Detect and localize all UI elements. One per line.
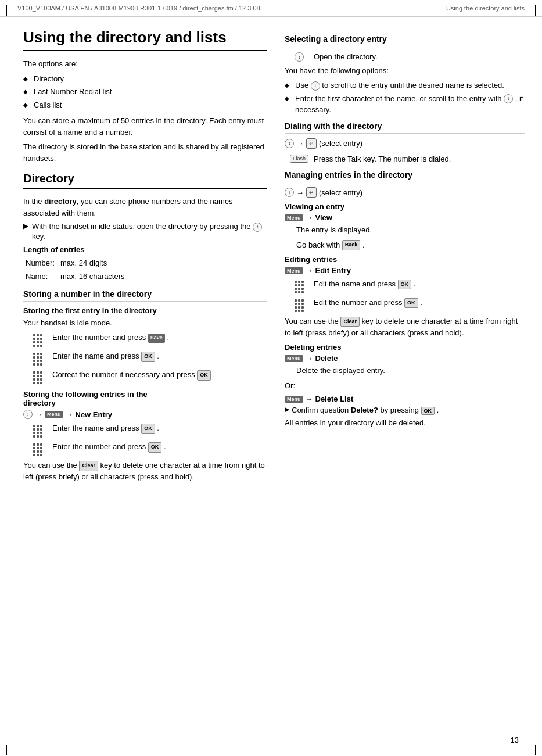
- dial-arrow: →: [296, 139, 304, 148]
- delete-list-menu-item: Delete List: [315, 395, 354, 403]
- bottom-mark-right: [535, 745, 536, 755]
- following-nav-row: ↕ → Menu → New Entry: [23, 410, 267, 419]
- flash-icon: Flash: [290, 155, 308, 163]
- directory-heading: Directory: [23, 172, 267, 185]
- viewing-menu-row: Menu → View: [285, 213, 525, 222]
- delete-question: Delete?: [351, 406, 378, 414]
- directory-intro-bold: directory: [44, 197, 77, 206]
- selecting-divider: [285, 46, 525, 46]
- selecting-option-2: Enter the first character of the name, o…: [285, 93, 525, 116]
- page-marker-left: [6, 5, 7, 16]
- keypad-icon-2: [23, 350, 52, 367]
- dialing-row-1: ↕ → ↩ (select entry): [285, 138, 525, 151]
- intro-list: Directory Last Number Redial list Calls …: [23, 73, 267, 111]
- menu-btn-1: Menu: [45, 411, 63, 418]
- clear-btn-left: Clear: [79, 461, 98, 471]
- following-action-text-2: Enter the number and press OK .: [52, 441, 267, 453]
- selecting-option-1: Use ↕ to scroll to the entry until the d…: [285, 80, 525, 91]
- nav-scroll-icon: ↕: [23, 410, 33, 419]
- storing-heading: Storing a number in the directory: [23, 289, 267, 299]
- editing-heading: Editing entries: [285, 255, 525, 264]
- menu-btn-delete: Menu: [285, 355, 303, 362]
- page-marker-right: [535, 5, 536, 16]
- bottom-mark-left: [6, 745, 7, 755]
- delete-list-arrow: →: [306, 395, 313, 403]
- menu-btn-delete-list: Menu: [285, 396, 303, 403]
- delete-result: Delete the displayed entry.: [296, 365, 525, 377]
- delete-menu-item: Delete: [315, 354, 338, 363]
- left-column: Using the directory and lists The option…: [23, 28, 267, 486]
- confirm-row: ▶ Confirm question Delete? by pressing O…: [285, 406, 525, 415]
- first-entry-heading: Storing the first entry in the directory: [23, 306, 267, 315]
- editing-note: You can use the Clear key to delete one …: [285, 316, 525, 338]
- ok-button-1: OK: [141, 352, 155, 362]
- name-value: max. 16 characters: [58, 270, 267, 284]
- editing-text-2: Edit the number and press OK .: [314, 297, 525, 309]
- edit-menu-item: Edit Entry: [315, 266, 351, 275]
- page: V100_V100AM / USA EN / A31008-M1908-R301…: [0, 0, 542, 756]
- name-label: Name:: [23, 270, 58, 284]
- viewing-heading: Viewing an entry: [285, 202, 525, 211]
- flash-icon-cell: Flash: [285, 153, 314, 163]
- first-action-text-2: Enter the name and press OK .: [52, 350, 267, 362]
- dial-select: (select entry): [319, 139, 362, 148]
- ok-button-4: OK: [148, 442, 162, 453]
- main-content: Using the directory and lists The option…: [0, 17, 542, 503]
- following-action-2: Enter the number and press OK .: [23, 441, 267, 457]
- ok-confirm: OK: [421, 407, 435, 415]
- storing-divider: [23, 301, 267, 302]
- deleting-menu-row: Menu → Delete: [285, 354, 525, 363]
- new-entry-label: New Entry: [76, 410, 113, 419]
- ok-button-2: OK: [197, 370, 211, 381]
- nav-icon-dial: ↩: [306, 138, 317, 149]
- keypad-icon-1: [23, 332, 52, 348]
- directory-idle-note: ▶ With the handset in idle status, open …: [23, 222, 267, 241]
- managing-select-row: ↕ → ↩ (select entry): [285, 187, 525, 198]
- top-bar: V100_V100AM / USA EN / A31008-M1908-R301…: [0, 0, 542, 17]
- number-value: max. 24 digits: [58, 256, 267, 270]
- nav-icon-manage: ↩: [306, 187, 317, 198]
- delete-arrow: →: [306, 354, 313, 363]
- manage-arrow: →: [296, 188, 304, 197]
- view-arrow: →: [306, 213, 313, 222]
- editing-action-2: Edit the number and press OK .: [285, 297, 525, 313]
- length-table: Number: max. 24 digits Name: max. 16 cha…: [23, 256, 267, 284]
- all-deleted-p: All entries in your directory will be de…: [285, 417, 525, 429]
- list-item-calls: Calls list: [23, 99, 267, 111]
- clear-btn-edit: Clear: [340, 317, 360, 327]
- directory-intro-prefix: In the: [23, 197, 44, 206]
- open-dir-text: Open the directory.: [314, 51, 525, 63]
- idle-note-text: With the handset in idle status, open th…: [32, 222, 267, 241]
- first-action-text-3: Correct the number if necessary and pres…: [52, 369, 267, 381]
- arrow-1: →: [35, 410, 42, 419]
- scroll-icon-option2: ↕: [504, 94, 513, 103]
- list-item-redial: Last Number Redial list: [23, 86, 267, 98]
- dialing-divider: [285, 133, 525, 134]
- save-button-label: Save: [148, 334, 165, 343]
- keypad-icon-3: [23, 369, 52, 385]
- selecting-heading: Selecting a directory entry: [285, 34, 525, 44]
- dialing-step2: Press the Talk key. The number is dialed…: [314, 153, 525, 165]
- triangle-icon: ▶: [23, 222, 28, 230]
- manage-select: (select entry): [319, 188, 362, 197]
- menu-btn-edit: Menu: [285, 267, 303, 274]
- bottom-bar: [0, 744, 542, 756]
- selecting-options-p: You have the following options:: [285, 65, 525, 77]
- arrow-2: →: [66, 410, 73, 419]
- length-heading: Length of entries: [23, 245, 267, 254]
- confirm-triangle: ▶: [285, 406, 289, 413]
- title-divider: [23, 50, 267, 51]
- dialing-row-2: Flash Press the Talk key. The number is …: [285, 153, 525, 165]
- ok-edit-1: OK: [398, 280, 412, 290]
- topbar-right: Using the directory and lists: [446, 5, 525, 12]
- selecting-open-row: ↕ Open the directory.: [285, 51, 525, 63]
- or-text: Or:: [285, 380, 525, 392]
- length-name-row: Name: max. 16 characters: [23, 270, 267, 284]
- length-number-row: Number: max. 24 digits: [23, 256, 267, 270]
- menu-btn-view: Menu: [285, 214, 303, 221]
- delete-list-menu-row: Menu → Delete List: [285, 395, 525, 403]
- back-btn: Back: [342, 240, 361, 250]
- dialing-heading: Dialing with the directory: [285, 121, 525, 131]
- topbar-left: V100_V100AM / USA EN / A31008-M1908-R301…: [17, 5, 260, 12]
- editing-text-1: Edit the name and press OK .: [314, 278, 525, 290]
